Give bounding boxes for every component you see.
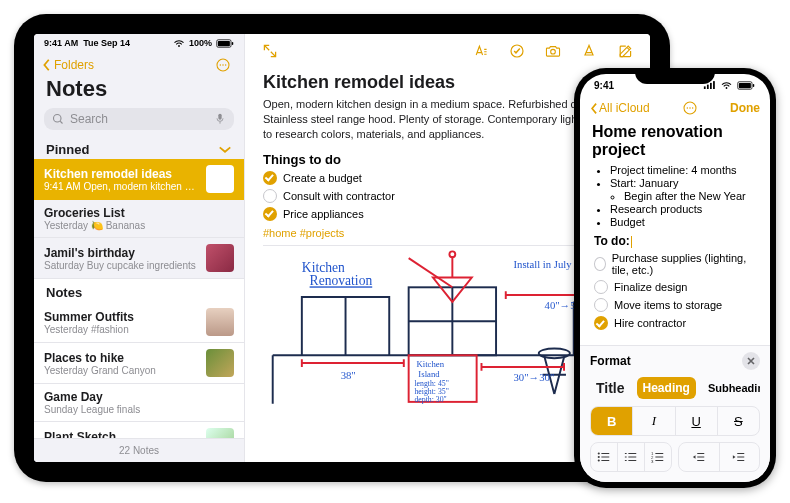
thumbnail	[206, 165, 234, 193]
style-heading-button[interactable]: Heading	[637, 377, 696, 399]
bulleted-list-button[interactable]	[591, 443, 618, 471]
expand-button[interactable]	[259, 40, 281, 62]
svg-text:Island: Island	[418, 368, 440, 378]
svg-text:30"→30": 30"→30"	[514, 370, 555, 382]
list-item[interactable]: Game DaySunday League finals	[34, 384, 244, 422]
format-header: Format	[590, 354, 631, 368]
bullet-item[interactable]: Budget	[610, 216, 756, 228]
ellipsis-circle-icon	[682, 100, 698, 116]
thumbnail	[206, 308, 234, 336]
text-cursor	[631, 236, 632, 248]
bullet-item[interactable]: Research products	[610, 203, 756, 215]
indent-button[interactable]	[720, 443, 760, 471]
checklist-button[interactable]	[506, 40, 528, 62]
status-time: 9:41 AM Tue Sep 14	[44, 38, 130, 48]
more-menu-button[interactable]	[212, 54, 234, 76]
svg-point-10	[551, 49, 556, 54]
format-panel: Format Title Heading Subheading Body B I…	[580, 345, 770, 482]
dashed-list-button[interactable]	[618, 443, 645, 471]
strikethrough-button[interactable]: S	[718, 407, 759, 435]
camera-button[interactable]	[542, 40, 564, 62]
checkbox-checked-icon[interactable]	[594, 316, 608, 330]
numbered-list-button[interactable]: 123	[645, 443, 671, 471]
svg-point-6	[225, 64, 226, 65]
bold-button[interactable]: B	[591, 407, 633, 435]
svg-point-7	[54, 115, 62, 123]
outdent-button[interactable]	[679, 443, 720, 471]
svg-rect-8	[218, 114, 221, 120]
checkbox-checked-icon[interactable]	[263, 171, 277, 185]
compose-button[interactable]	[614, 40, 636, 62]
underline-button[interactable]: U	[676, 407, 718, 435]
status-bar: 9:41 AM Tue Sep 14 100%	[34, 34, 244, 52]
list-item[interactable]: Kitchen remodel ideas9:41 AM Open, moder…	[34, 159, 244, 200]
list-item[interactable]: Summer OutfitsYesterday #fashion	[34, 302, 244, 343]
note-title[interactable]: Home renovation project	[580, 121, 770, 163]
back-button[interactable]: All iCloud	[590, 101, 650, 115]
svg-text:38": 38"	[341, 368, 356, 380]
check-item[interactable]: Finalize design	[594, 280, 756, 294]
svg-point-13	[449, 251, 455, 257]
ipad-screen: 9:41 AM Tue Sep 14 100% Folders Notes	[34, 34, 650, 462]
sidebar-topbar: Folders	[34, 52, 244, 76]
search-field[interactable]: Search	[44, 108, 234, 130]
check-item[interactable]: Purchase supplies (lighting, tile, etc.)	[594, 252, 756, 276]
notes-header[interactable]: Notes	[34, 279, 244, 302]
checkbox-empty-icon[interactable]	[594, 257, 606, 271]
biu-row: B I U S	[590, 406, 760, 436]
svg-rect-26	[704, 86, 706, 89]
style-subheading-button[interactable]: Subheading	[702, 378, 760, 398]
outdent-icon	[692, 450, 706, 464]
list-item[interactable]: Places to hikeYesterday Grand Canyon	[34, 343, 244, 384]
svg-text:3: 3	[651, 459, 654, 464]
thumbnail	[206, 428, 234, 438]
todo-header[interactable]: To do:	[594, 234, 756, 248]
svg-point-5	[222, 64, 223, 65]
pinned-header[interactable]: Pinned	[34, 136, 244, 159]
checkbox-empty-icon[interactable]	[594, 298, 608, 312]
svg-rect-28	[710, 83, 712, 89]
ipad-device: 9:41 AM Tue Sep 14 100% Folders Notes	[14, 14, 670, 482]
checkbox-empty-icon[interactable]	[594, 280, 608, 294]
battery-pct: 100%	[189, 38, 212, 48]
markup-button[interactable]	[578, 40, 600, 62]
note-body[interactable]: Project timeline: 4 months Start: Januar…	[580, 163, 770, 336]
back-button[interactable]: Folders	[42, 58, 94, 72]
check-item[interactable]: Hire contractor	[594, 316, 756, 330]
check-item[interactable]: Move items to storage	[594, 298, 756, 312]
pinned-list: Kitchen remodel ideas9:41 AM Open, moder…	[34, 159, 244, 279]
notch	[635, 68, 715, 84]
wifi-icon	[173, 39, 185, 48]
search-icon	[52, 113, 64, 125]
close-button[interactable]	[742, 352, 760, 370]
dictate-icon[interactable]	[214, 113, 226, 125]
battery-icon	[736, 81, 756, 90]
list-item[interactable]: Plant SketchFriday #remodel	[34, 422, 244, 438]
list-item[interactable]: Jamil's birthdaySaturday Buy cupcake ing…	[34, 238, 244, 279]
chevron-left-icon	[42, 58, 52, 72]
list-item[interactable]: Groceries ListYesterday 🍋 Bananas	[34, 200, 244, 238]
style-title-button[interactable]: Title	[590, 376, 631, 400]
text-format-icon	[473, 43, 489, 59]
bullet-list: Project timeline: 4 months Start: Januar…	[594, 164, 756, 228]
svg-rect-27	[707, 85, 709, 89]
more-menu-button[interactable]	[682, 97, 698, 119]
svg-text:depth: 30": depth: 30"	[414, 394, 446, 403]
bullet-item[interactable]: Project timeline: 4 months	[610, 164, 756, 176]
done-button[interactable]: Done	[730, 101, 760, 115]
checkbox-checked-icon[interactable]	[263, 207, 277, 221]
format-button[interactable]	[470, 40, 492, 62]
pencil-tip-icon	[581, 43, 597, 59]
bullet-item[interactable]: Start: January Begin after the New Year	[610, 177, 756, 202]
list-buttons-row: 123	[590, 442, 760, 472]
bullet-subitem[interactable]: Begin after the New Year	[624, 190, 756, 202]
notes-section: Notes Summer OutfitsYesterday #fashion P…	[34, 279, 244, 438]
italic-button[interactable]: I	[633, 407, 675, 435]
checklist-icon	[509, 43, 525, 59]
close-icon	[746, 356, 756, 366]
svg-rect-32	[753, 84, 755, 87]
iphone-device: 9:41 All iCloud Done Home renovation pro…	[574, 68, 776, 488]
wifi-icon	[720, 81, 733, 90]
compose-icon	[617, 43, 633, 59]
checkbox-empty-icon[interactable]	[263, 189, 277, 203]
